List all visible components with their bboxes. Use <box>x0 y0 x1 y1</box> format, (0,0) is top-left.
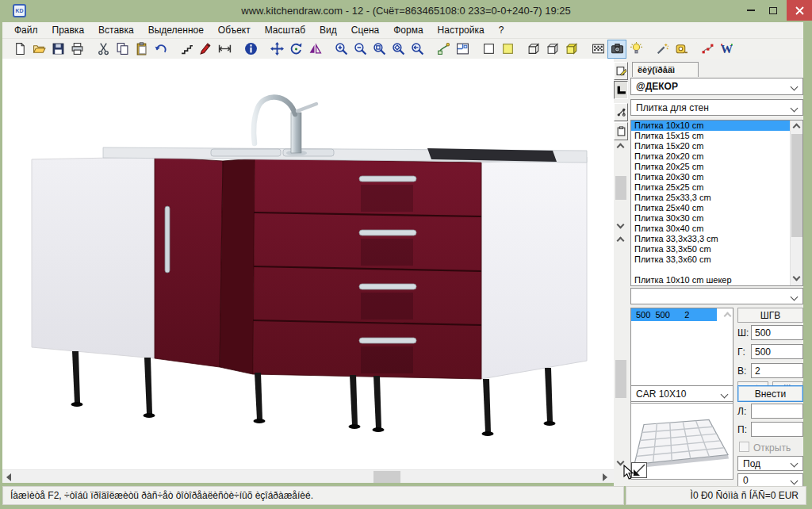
list-scroll-thumb[interactable] <box>791 134 802 237</box>
menu-edit[interactable]: Правка <box>45 23 92 37</box>
drawing-canvas[interactable] <box>2 59 614 469</box>
model-dropdown[interactable]: CAR 10X10 <box>630 385 733 402</box>
position-dropdown[interactable]: Под <box>737 456 803 471</box>
list-scroll-up-arrow[interactable] <box>793 124 801 132</box>
app-icon[interactable]: KD <box>13 4 26 17</box>
polyline-button[interactable] <box>177 40 196 59</box>
left-gap-field[interactable] <box>751 404 803 419</box>
connections-tool-button[interactable] <box>614 103 628 121</box>
shgv-button[interactable]: ШГВ <box>737 308 803 323</box>
open-button[interactable] <box>29 40 48 59</box>
menu-settings[interactable]: Настройка <box>431 23 492 37</box>
height-field[interactable]: 2 <box>751 363 803 378</box>
right-gap-field[interactable] <box>751 422 803 437</box>
edit-path-button[interactable] <box>698 40 717 59</box>
menu-selection[interactable]: Выделенное <box>141 23 211 37</box>
menu-object[interactable]: Объект <box>211 23 258 37</box>
insert-button[interactable]: Внести <box>737 385 803 402</box>
pan-up-arrow-2[interactable] <box>617 237 625 245</box>
catalog-item[interactable]: Плитка 25x33,3 cm <box>631 193 802 203</box>
cut-button[interactable] <box>94 40 113 59</box>
corner-tool-button[interactable] <box>614 81 628 99</box>
catalog-item[interactable]: Плитка 15x15 cm <box>631 131 802 141</box>
pan-up-arrow[interactable] <box>617 144 625 151</box>
menu-scene[interactable]: Сцена <box>344 23 386 37</box>
catalog-item[interactable]: Плитка 33,3x50 cm <box>631 244 802 254</box>
mirror-button[interactable] <box>305 40 324 59</box>
scroll-right-arrow[interactable] <box>603 473 607 481</box>
menu-shape[interactable]: Форма <box>386 23 430 37</box>
floor-plan-button[interactable] <box>453 40 472 59</box>
wireframe-view-button[interactable] <box>479 40 498 59</box>
menu-insert[interactable]: Вставка <box>91 23 141 37</box>
catalog-list[interactable]: Плитка 10x10 cm Плитка 15x15 cm Плитка 1… <box>630 120 803 286</box>
filled-view-button[interactable] <box>498 40 517 59</box>
vertical-scroll-thumb[interactable] <box>615 176 626 200</box>
new-document-button[interactable] <box>10 40 29 59</box>
rotate-button[interactable] <box>286 40 305 59</box>
catalog-item[interactable]: Плитка 30x30 cm <box>631 213 802 224</box>
depth-field[interactable]: 500 <box>751 344 803 359</box>
scroll-left-arrow[interactable] <box>6 473 11 481</box>
zoom-previous-button[interactable] <box>408 40 427 59</box>
info-button[interactable] <box>241 40 260 59</box>
zoom-in-button[interactable] <box>331 40 350 59</box>
tape-measure-button[interactable] <box>672 40 691 59</box>
catalog-item[interactable]: Плитка 20x30 cm <box>631 172 802 182</box>
menu-scale[interactable]: Масштаб <box>258 23 312 37</box>
dimension-row[interactable]: 500 500 2 <box>631 308 717 321</box>
catalog-item[interactable]: Плитка 10x10 cm <box>631 121 802 131</box>
catalog-item[interactable]: Плитка 25x40 cm <box>631 203 802 213</box>
word-export-button[interactable]: W <box>717 40 736 59</box>
magic-wand-button[interactable] <box>653 40 672 59</box>
plumbing-button[interactable] <box>434 40 453 59</box>
copy-button[interactable] <box>113 40 132 59</box>
catalog-list-scrollbar[interactable] <box>790 121 802 285</box>
lighting-button[interactable] <box>626 40 645 59</box>
catalog-item[interactable]: Плитка 33,3x60 cm <box>631 254 802 265</box>
catalog-item[interactable] <box>631 265 802 275</box>
catalog-item[interactable]: Плитка 20x25 cm <box>631 162 802 172</box>
catalog-tool-button[interactable] <box>614 62 628 80</box>
cube-white-button[interactable] <box>543 40 562 59</box>
family-dropdown[interactable]: Плитка для стен <box>630 99 803 116</box>
render-photo-button[interactable] <box>588 40 607 59</box>
zoom-out-button[interactable] <box>350 40 370 59</box>
clipboard-tool-button[interactable] <box>614 122 628 140</box>
catalog-item[interactable]: Плитка 25x25 cm <box>631 182 802 193</box>
catalog-item[interactable]: Плитка 33,3x33,3 cm <box>631 234 802 244</box>
undo-button[interactable] <box>151 40 170 59</box>
pan-down-arrow[interactable] <box>617 221 625 229</box>
catalog-item[interactable]: Плитка 10x10 cm шекер <box>631 275 802 285</box>
close-button[interactable] <box>787 0 812 21</box>
vertical-scroll-thumb-2[interactable] <box>615 360 626 398</box>
zoom-all-button[interactable] <box>389 40 408 59</box>
paste-button[interactable] <box>132 40 151 59</box>
zoom-window-button[interactable] <box>370 40 389 59</box>
print-button[interactable] <box>67 40 86 59</box>
save-button[interactable] <box>48 40 67 59</box>
width-field[interactable]: 500 <box>751 325 803 340</box>
move-button[interactable] <box>267 40 286 59</box>
menu-file[interactable]: Файл <box>7 23 45 37</box>
paint-dart-button[interactable] <box>196 40 215 59</box>
canvas-horizontal-scrollbar[interactable] <box>2 469 614 483</box>
horizontal-scroll-thumb[interactable] <box>373 471 400 483</box>
open-checkbox[interactable] <box>739 442 749 452</box>
catalog-item[interactable]: Плитка 20x20 cm <box>631 151 802 162</box>
catalog-dropdown[interactable]: @ДЕКОР <box>630 78 803 95</box>
menu-help[interactable]: ? <box>492 23 511 37</box>
minimize-button[interactable] <box>742 0 760 21</box>
menu-view[interactable]: Вид <box>312 23 344 37</box>
variant-dropdown[interactable] <box>630 288 803 304</box>
catalog-item[interactable]: Плитка 15x20 cm <box>631 141 802 151</box>
measure-button[interactable] <box>215 40 234 59</box>
dim-scroll-up-arrow[interactable] <box>724 312 732 320</box>
maximize-button[interactable] <box>764 0 782 21</box>
list-scroll-down-arrow[interactable] <box>793 274 801 281</box>
cube-shaded-button[interactable] <box>562 40 581 59</box>
cube-wireframe-button[interactable] <box>524 40 543 59</box>
catalog-tab[interactable]: ëèÿ(ïðåäì <box>632 62 699 77</box>
catalog-item[interactable]: Плитка 30x40 cm <box>631 224 802 234</box>
camera-view-button[interactable] <box>607 40 626 59</box>
